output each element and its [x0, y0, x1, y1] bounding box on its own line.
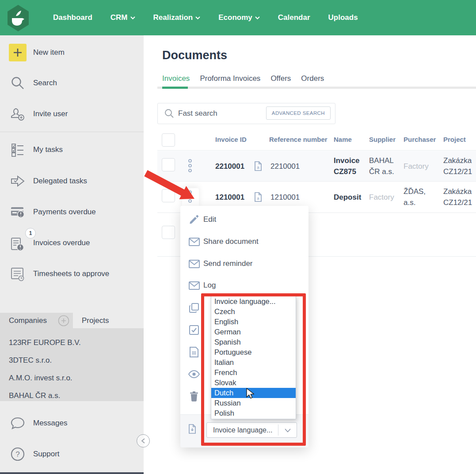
- column-header-project[interactable]: Project: [443, 136, 466, 143]
- sidebar-collapse-button[interactable]: [137, 434, 150, 447]
- sidebar-scrollbar[interactable]: [0, 472, 144, 474]
- delegated-arrow-icon: [10, 173, 25, 189]
- pdf-export-icon[interactable]: [188, 424, 196, 434]
- document-icon: [188, 347, 200, 357]
- sidebar-item-messages[interactable]: Messages: [0, 414, 144, 432]
- pdf-file-icon[interactable]: a: [254, 192, 262, 202]
- row-actions-kebab-icon[interactable]: [187, 158, 193, 174]
- dropdown-option[interactable]: Portuguese: [211, 347, 296, 357]
- nav-crm[interactable]: CRM: [110, 13, 135, 22]
- invoice-language-select[interactable]: Invoice language...: [206, 422, 297, 438]
- menu-item-log[interactable]: Log: [180, 274, 308, 296]
- dropdown-option[interactable]: English: [211, 317, 296, 327]
- app-logo[interactable]: [5, 4, 31, 32]
- sidebar-item-invoices-overdue[interactable]: 1 Invoices overdue: [0, 234, 144, 252]
- sidebar-item-search[interactable]: Search: [0, 74, 144, 92]
- add-company-icon[interactable]: [58, 315, 69, 326]
- page-title: Documents: [162, 49, 227, 62]
- row-checkbox[interactable]: [162, 189, 175, 202]
- sidebar-item-my-tasks[interactable]: My tasks: [0, 141, 144, 159]
- select-divider: [278, 425, 278, 436]
- dropdown-option[interactable]: Russian: [211, 398, 296, 408]
- dropdown-option[interactable]: Invoice language...: [211, 296, 296, 307]
- company-item[interactable]: A.M.O. invest s.r.o.: [9, 374, 137, 383]
- dropdown-option[interactable]: Czech: [211, 307, 296, 317]
- nav-uploads[interactable]: Uploads: [328, 13, 358, 22]
- cell-supplier: Factory: [369, 182, 394, 212]
- sidebar-item-delegated-tasks[interactable]: Delegated tasks: [0, 172, 144, 190]
- dropdown-option[interactable]: Polish: [211, 408, 296, 418]
- column-header-purchaser[interactable]: Purchaser: [404, 136, 436, 143]
- fast-search-input[interactable]: [177, 103, 263, 124]
- plus-icon: [9, 44, 27, 61]
- dropdown-option[interactable]: German: [211, 327, 296, 337]
- column-header-supplier[interactable]: Supplier: [369, 136, 396, 143]
- top-navbar: Dashboard CRM Realization Economy Calend…: [0, 0, 476, 35]
- search-icon: [164, 109, 174, 118]
- copy-icon: [188, 303, 200, 313]
- chevron-down-icon: [255, 16, 260, 19]
- sidebar: [0, 35, 144, 474]
- dropdown-option[interactable]: Spanish: [211, 337, 296, 347]
- table-divider: [157, 150, 476, 151]
- sidebar-item-payments-overdue[interactable]: Payments overdue: [0, 203, 144, 221]
- envelope-icon: [188, 258, 200, 269]
- svg-text:a: a: [257, 165, 259, 170]
- nav-realization[interactable]: Realization: [153, 13, 201, 22]
- row-actions-kebab-icon[interactable]: [187, 190, 193, 204]
- timesheet-clock-icon: [10, 266, 25, 282]
- sidebar-item-support[interactable]: ? Support: [0, 445, 144, 463]
- tab-projects[interactable]: Projects: [82, 316, 109, 325]
- tab-invoices[interactable]: Invoices: [162, 74, 190, 83]
- fast-search-box: ADVANCED SEARCH: [157, 103, 335, 124]
- menu-item-share-document[interactable]: Share document: [180, 231, 308, 253]
- column-header-invoice-id[interactable]: Invoice ID: [215, 136, 247, 143]
- row-checkbox[interactable]: [162, 226, 175, 239]
- sidebar-item-timesheets[interactable]: Timesheets to approve: [0, 265, 144, 283]
- chevron-down-icon: [285, 428, 291, 432]
- company-item[interactable]: 123RF EUROPE B.V.: [9, 338, 137, 347]
- column-header-name[interactable]: Name: [334, 136, 352, 143]
- select-value: Invoice language...: [207, 426, 272, 434]
- dropdown-option[interactable]: French: [211, 368, 296, 378]
- company-item[interactable]: 3DTEC s.r.o.: [9, 356, 137, 365]
- nav-economy[interactable]: Economy: [218, 13, 260, 22]
- column-header-reference-number[interactable]: Reference number: [269, 136, 327, 143]
- nav-dashboard[interactable]: Dashboard: [53, 13, 92, 22]
- dropdown-option-highlighted[interactable]: Dutch: [211, 388, 296, 398]
- nav-calendar[interactable]: Calendar: [278, 13, 310, 22]
- check-square-icon: [188, 325, 200, 335]
- advanced-search-button[interactable]: ADVANCED SEARCH: [266, 106, 331, 120]
- document-tabs: Invoices Proforma Invoices Offers Orders: [162, 74, 324, 83]
- task-list-icon: [10, 142, 25, 158]
- sidebar-divider: [0, 132, 144, 132]
- chevron-left-icon: [141, 438, 145, 444]
- row-checkbox[interactable]: [162, 158, 175, 171]
- pdf-file-icon[interactable]: a: [254, 161, 262, 171]
- cell-supplier: BAHAL ČR a.s.: [369, 151, 396, 181]
- table-divider: [157, 181, 476, 182]
- tab-proforma-invoices[interactable]: Proforma Invoices: [200, 74, 260, 83]
- company-item[interactable]: BAHAL ČR a.s.: [9, 391, 137, 400]
- cell-reference-number: 2210001: [270, 151, 300, 181]
- main-nav: Dashboard CRM Realization Economy Calend…: [53, 0, 358, 35]
- menu-item-edit[interactable]: Edit: [180, 209, 308, 231]
- cell-purchaser: Factory: [404, 151, 434, 181]
- menu-item-send-reminder[interactable]: Send reminder: [180, 253, 308, 275]
- tab-orders[interactable]: Orders: [301, 74, 324, 83]
- cell-purchaser: ŽĎAS, a.s.: [404, 182, 430, 212]
- payment-card-alert-icon: [10, 204, 25, 220]
- dropdown-option[interactable]: Slovak: [211, 378, 296, 388]
- sidebar-item-invite-user[interactable]: Invite user: [0, 105, 144, 123]
- chevron-down-icon: [130, 16, 135, 19]
- search-icon: [10, 75, 25, 91]
- envelope-icon: [188, 280, 200, 291]
- edit-pencil-icon: [188, 214, 200, 225]
- tab-companies[interactable]: Companies: [9, 316, 47, 325]
- sidebar-item-new-item[interactable]: New item: [0, 44, 144, 61]
- cell-invoice-id[interactable]: 2210001: [215, 151, 244, 181]
- select-all-checkbox[interactable]: [162, 133, 175, 147]
- support-question-icon: ?: [10, 446, 25, 462]
- tab-offers[interactable]: Offers: [270, 74, 291, 83]
- dropdown-option[interactable]: Italian: [211, 357, 296, 368]
